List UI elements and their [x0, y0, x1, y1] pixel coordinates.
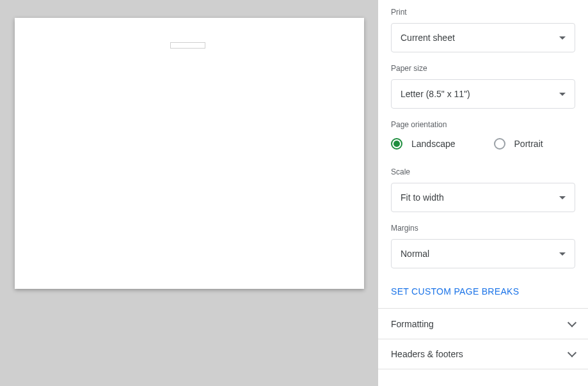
paper-size-select[interactable]: Letter (8.5" x 11")	[391, 79, 575, 109]
print-preview-area	[0, 0, 378, 386]
scale-select[interactable]: Fit to width	[391, 183, 575, 212]
margins-label: Margins	[391, 224, 575, 233]
formatting-expander-label: Formatting	[391, 319, 434, 329]
print-settings-sidebar: Print Current sheet Paper size Letter (8…	[378, 0, 588, 386]
chevron-down-icon	[568, 348, 576, 357]
radio-icon	[494, 138, 505, 150]
orientation-label: Page orientation	[391, 120, 575, 129]
preview-page	[15, 18, 364, 289]
dropdown-arrow-icon	[559, 36, 566, 40]
preview-content-cell	[170, 42, 205, 49]
dropdown-arrow-icon	[559, 252, 566, 256]
margins-select-value: Normal	[401, 249, 429, 259]
paper-size-label: Paper size	[391, 64, 575, 73]
orientation-landscape-label: Landscape	[411, 139, 456, 149]
radio-icon	[391, 138, 402, 150]
orientation-landscape-radio[interactable]: Landscape	[391, 138, 456, 150]
headers-footers-expander[interactable]: Headers & footers	[378, 339, 588, 369]
scale-label: Scale	[391, 167, 575, 176]
dropdown-arrow-icon	[559, 196, 566, 199]
print-select-value: Current sheet	[401, 33, 455, 43]
paper-size-select-value: Letter (8.5" x 11")	[401, 89, 470, 99]
orientation-portrait-radio[interactable]: Portrait	[494, 138, 543, 150]
margins-select[interactable]: Normal	[391, 239, 575, 268]
chevron-down-icon	[568, 318, 576, 327]
print-select[interactable]: Current sheet	[391, 23, 575, 52]
print-label: Print	[391, 8, 575, 17]
dropdown-arrow-icon	[559, 93, 566, 96]
formatting-expander[interactable]: Formatting	[378, 308, 588, 339]
scale-select-value: Fit to width	[401, 192, 444, 203]
headers-footers-expander-label: Headers & footers	[391, 349, 463, 359]
orientation-portrait-label: Portrait	[514, 139, 543, 149]
set-custom-page-breaks-button[interactable]: SET CUSTOM PAGE BREAKS	[391, 280, 519, 308]
